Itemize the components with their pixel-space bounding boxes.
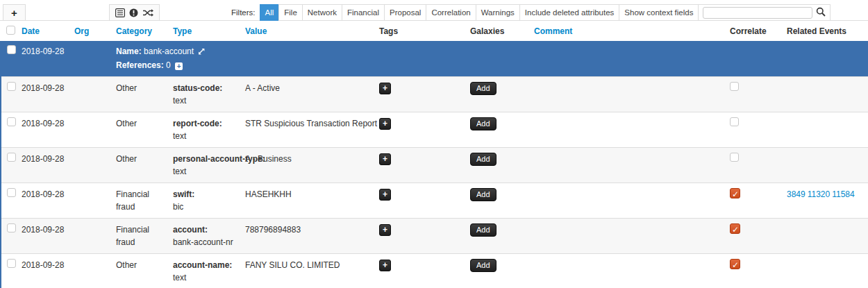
column-header-correlate: Correlate: [724, 21, 781, 41]
filter-tab-file[interactable]: File: [278, 4, 303, 21]
table-row: 2018-09-28 Other account-name:text FANY …: [1, 254, 868, 288]
filter-tab-show-context[interactable]: Show context fields: [619, 4, 699, 21]
attribute-org: [69, 183, 110, 219]
attribute-subtype: bic: [173, 201, 234, 213]
column-header-type[interactable]: Type: [167, 21, 240, 41]
add-tag-button[interactable]: +: [379, 83, 391, 94]
attribute-org: [69, 112, 110, 148]
filter-tab-network[interactable]: Network: [302, 4, 342, 21]
attribute-org: [69, 77, 110, 112]
attribute-subtype: text: [173, 165, 234, 178]
attribute-date: 2018-09-28: [16, 148, 69, 183]
add-galaxy-button[interactable]: Add: [470, 259, 496, 272]
attribute-value: A - Business: [240, 148, 374, 183]
add-galaxy-button[interactable]: Add: [470, 188, 496, 201]
row-checkbox[interactable]: [7, 259, 16, 268]
add-tag-button[interactable]: +: [379, 189, 391, 201]
attribute-value: A - Active: [240, 77, 374, 112]
attribute-type: account:bank-account-nr: [167, 219, 240, 254]
table-row: 2018-09-28 Financial fraud swift:bic HAS…: [1, 183, 868, 219]
add-galaxy-button[interactable]: Add: [470, 82, 496, 95]
object-name-label: Name:: [116, 46, 142, 56]
attribute-comment: [528, 148, 724, 183]
attribute-value: 788796894883: [240, 219, 374, 254]
exclamation-circle-icon[interactable]: [129, 8, 138, 17]
attribute-value: FANY SILU CO. LIMITED: [240, 254, 374, 288]
table-row: 2018-09-28 Other status-code:text A - Ac…: [1, 77, 868, 112]
attribute-type-name: report-code:: [173, 119, 222, 128]
table-row: 2018-09-28 Other personal-account-type:t…: [1, 148, 868, 183]
attribute-comment: [528, 112, 724, 148]
object-row-checkbox[interactable]: [7, 45, 16, 54]
table-row: 2018-09-28 Other report-code:text STR Su…: [1, 112, 868, 148]
correlate-checkbox[interactable]: [730, 188, 740, 198]
attribute-category: Other: [110, 148, 167, 183]
row-checkbox[interactable]: [7, 82, 16, 91]
add-galaxy-button[interactable]: Add: [470, 153, 496, 166]
add-tag-button[interactable]: +: [379, 260, 391, 271]
object-date: 2018-09-28: [16, 41, 69, 77]
table-header-row: Date Org Category Type Value Tags Galaxi…: [1, 21, 868, 41]
attribute-subtype: bank-account-nr: [173, 236, 234, 248]
attribute-date: 2018-09-28: [16, 112, 69, 148]
search-input[interactable]: [703, 7, 812, 19]
select-all-checkbox[interactable]: [6, 26, 15, 35]
attributes-table: Date Org Category Type Value Tags Galaxi…: [0, 21, 868, 288]
correlate-checkbox[interactable]: [730, 82, 739, 91]
column-header-comment[interactable]: Comment: [528, 21, 724, 41]
column-header-category[interactable]: Category: [110, 21, 167, 41]
attribute-subtype: text: [173, 271, 234, 284]
correlate-checkbox[interactable]: [730, 223, 740, 234]
filter-tab-financial[interactable]: Financial: [342, 4, 385, 21]
filter-tab-correlation[interactable]: Correlation: [426, 4, 476, 21]
filter-tab-include-deleted[interactable]: Include deleted attributes: [519, 4, 620, 21]
filter-tab-proposal[interactable]: Proposal: [384, 4, 426, 21]
column-header-related-events: Related Events: [781, 21, 868, 41]
add-tag-button[interactable]: +: [379, 153, 391, 165]
object-references-line: References: 0 +: [116, 59, 862, 72]
filter-tab-warnings[interactable]: Warnings: [476, 4, 520, 21]
attribute-date: 2018-09-28: [16, 219, 69, 254]
add-reference-icon[interactable]: +: [175, 62, 183, 70]
column-header-value[interactable]: Value: [240, 21, 374, 41]
related-event-link[interactable]: 3849: [787, 189, 806, 199]
row-checkbox[interactable]: [7, 117, 16, 126]
add-attribute-button[interactable]: +: [3, 4, 26, 21]
add-galaxy-button[interactable]: Add: [470, 117, 496, 130]
attribute-category: Other: [110, 254, 167, 288]
attribute-org: [69, 148, 110, 183]
attribute-category: Other: [110, 112, 167, 148]
expand-object-icon[interactable]: [198, 47, 205, 57]
list-icon[interactable]: [115, 8, 125, 17]
related-event-link[interactable]: 11320: [808, 189, 830, 199]
related-events: [781, 112, 868, 148]
search-icon[interactable]: [816, 7, 826, 19]
object-row-bank-account: 2018-09-28 Name: bank-account References…: [1, 41, 868, 77]
attribute-type: swift:bic: [167, 183, 240, 219]
column-header-date[interactable]: Date: [16, 21, 69, 41]
row-checkbox[interactable]: [7, 223, 16, 232]
table-row: 2018-09-28 Financial fraud account:bank-…: [1, 219, 868, 254]
correlate-checkbox[interactable]: [730, 117, 739, 126]
attribute-org: [69, 219, 110, 254]
attribute-type: status-code:text: [167, 77, 240, 112]
column-header-org[interactable]: Org: [69, 21, 110, 41]
attribute-value: STR Suspicious Transaction Report: [240, 112, 374, 148]
attribute-type-name: account:: [173, 225, 208, 235]
related-events: [781, 219, 868, 254]
add-tag-button[interactable]: +: [379, 224, 391, 236]
correlate-checkbox[interactable]: [730, 259, 740, 269]
shuffle-icon[interactable]: [142, 8, 153, 17]
column-header-galaxies: Galaxies: [465, 21, 528, 41]
filter-tab-all[interactable]: All: [260, 4, 280, 21]
attribute-category: Financial fraud: [110, 219, 167, 254]
related-event-link[interactable]: 11584: [832, 189, 854, 199]
correlate-checkbox[interactable]: [730, 153, 739, 162]
add-tag-button[interactable]: +: [379, 118, 391, 130]
row-checkbox[interactable]: [7, 188, 16, 197]
add-galaxy-button[interactable]: Add: [470, 223, 496, 237]
attribute-type: report-code:text: [167, 112, 240, 148]
attribute-toolbar: + Filters: All File Network Financial Pr…: [0, 0, 868, 21]
object-name-line: Name: bank-account: [116, 45, 862, 59]
row-checkbox[interactable]: [7, 153, 16, 162]
